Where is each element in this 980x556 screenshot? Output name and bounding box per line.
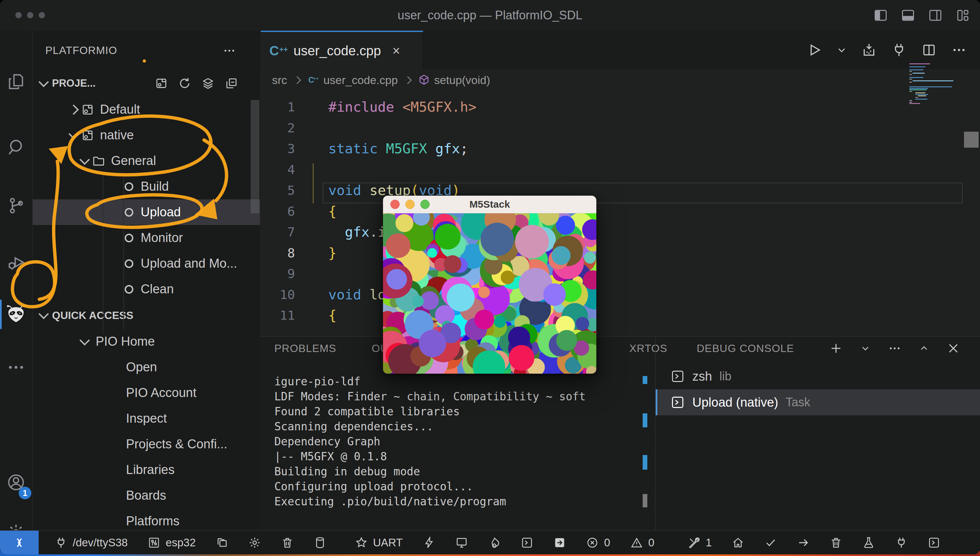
project-task-item-clean[interactable]: Clean xyxy=(33,276,260,302)
tree-item-label: Upload xyxy=(140,205,181,219)
terminal-meta: lib xyxy=(719,369,731,383)
terminal-icon xyxy=(670,395,685,410)
tab-user-code-cpp[interactable]: C++ user_code.cpp × xyxy=(261,31,423,70)
quick-access-section-header[interactable]: QUICK ACCESS xyxy=(33,302,260,329)
terminal-output[interactable]: igure-pio-ldfLDF Modes: Finder ~ chain, … xyxy=(274,374,651,509)
status-item-monitor[interactable] xyxy=(455,536,468,549)
project-task-item-upload[interactable]: Upload xyxy=(33,199,260,225)
project-task-item-general[interactable]: General xyxy=(33,148,260,174)
more-actions-icon[interactable] xyxy=(951,42,967,58)
activity-bar-item-run-debug[interactable] xyxy=(0,244,32,281)
bottom-panel: PROBLEMSOUTPUTXRTOSDEBUG CONSOLE igure-p… xyxy=(260,336,980,531)
minimap-line xyxy=(915,94,928,95)
status-item-board-esp32[interactable]: esp32 xyxy=(148,536,196,549)
activity-bar-more[interactable] xyxy=(0,349,32,386)
activity-bar-item-search[interactable] xyxy=(0,129,32,166)
collapse-all-icon[interactable] xyxy=(224,77,238,90)
minimap-line xyxy=(909,100,912,101)
status-item-terminal-arrow[interactable] xyxy=(553,536,566,549)
status-item-terminal[interactable] xyxy=(928,536,940,549)
sidebar-scrollbar[interactable] xyxy=(251,100,259,213)
project-task-item-upload-and-mo[interactable]: Upload and Mo... xyxy=(33,251,260,276)
terminal-dropdown-chevron-icon[interactable] xyxy=(861,344,870,353)
quick-access-item-open[interactable]: Open xyxy=(33,354,260,380)
m5stack-titlebar[interactable]: M5Stack xyxy=(383,196,596,213)
breadcrumb-separator-icon xyxy=(404,76,412,84)
status-item-warning-0[interactable]: 0 xyxy=(630,536,654,549)
run-button[interactable] xyxy=(807,42,822,58)
status-item-tools-1[interactable]: 1 xyxy=(688,536,712,549)
quick-access-item-pio-account[interactable]: PIO Account xyxy=(33,380,260,406)
project-task-item-monitor[interactable]: Monitor xyxy=(33,225,260,251)
activity-bar-item-source-control[interactable] xyxy=(0,187,32,224)
status-item-plug[interactable] xyxy=(895,536,908,549)
close-tab-icon[interactable]: × xyxy=(392,44,400,57)
toggle-primary-sidebar-icon[interactable] xyxy=(873,8,888,23)
quick-access-item-inspect[interactable]: Inspect xyxy=(33,406,260,432)
error-icon xyxy=(586,536,599,549)
breadcrumb-item[interactable]: setup(void) xyxy=(418,74,490,87)
status-item-plug-dev-ttys38[interactable]: /dev/ttyS38 xyxy=(55,536,128,549)
new-project-icon[interactable] xyxy=(155,77,168,90)
install-button[interactable] xyxy=(861,42,877,58)
tree-item-label: Inspect xyxy=(126,411,167,426)
remote-indicator[interactable] xyxy=(0,531,39,554)
status-item-error-0[interactable]: 0 xyxy=(586,536,610,549)
activity-bar-item-platformio[interactable] xyxy=(0,296,32,332)
status-item-trash[interactable] xyxy=(830,536,842,549)
breadcrumb-item[interactable]: src xyxy=(272,74,287,87)
terminal-line: Configuring upload protocol... xyxy=(274,479,651,494)
toggle-secondary-sidebar-icon[interactable] xyxy=(928,8,943,23)
minimap[interactable] xyxy=(909,63,962,107)
quick-access-item-libraries[interactable]: Libraries xyxy=(33,457,260,483)
sidebar-more-actions-icon[interactable] xyxy=(223,44,236,57)
terminal-list-item-zsh[interactable]: zshlib xyxy=(655,363,980,390)
customize-layout-icon[interactable] xyxy=(955,8,970,23)
run-dropdown-chevron-icon[interactable] xyxy=(837,45,847,55)
status-item-terminal[interactable] xyxy=(521,536,533,549)
breadcrumb-item[interactable]: C++user_code.cpp xyxy=(307,74,398,87)
panel-tab-problems[interactable]: PROBLEMS xyxy=(274,337,336,360)
status-item-bolt[interactable] xyxy=(423,536,435,549)
close-panel-icon[interactable] xyxy=(947,342,960,355)
tree-item-label: Clean xyxy=(140,282,174,296)
status-item-flask[interactable] xyxy=(862,536,875,549)
project-task-item-native[interactable]: native xyxy=(33,122,260,148)
quick-access-item-boards[interactable]: Boards xyxy=(33,483,260,508)
activity-bar-item-explorer[interactable] xyxy=(0,63,32,100)
panel-tab-debug-console[interactable]: DEBUG CONSOLE xyxy=(697,337,794,360)
toggle-panel-icon[interactable] xyxy=(901,8,915,23)
new-terminal-plus-icon[interactable] xyxy=(829,342,843,355)
serial-monitor-plug-icon[interactable] xyxy=(891,42,907,58)
status-item-trash[interactable] xyxy=(281,536,294,549)
status-item-copy-folder[interactable] xyxy=(216,536,228,549)
code-editor[interactable]: 1#include <M5GFX.h>23static M5GFX gfx;45… xyxy=(260,91,980,336)
quick-access-item-pio-home[interactable]: PIO Home xyxy=(33,329,260,354)
window-title: user_code.cpp — PlatformIO_SDL xyxy=(0,0,980,31)
activity-bar-item-accounts[interactable]: 1 xyxy=(0,464,32,501)
folder-icon xyxy=(92,154,106,168)
panel-tab-xrtos[interactable]: XRTOS xyxy=(629,337,667,360)
status-item-cylinder[interactable] xyxy=(314,536,326,549)
m5stack-sdl-window[interactable]: M5Stack xyxy=(383,196,596,374)
status-item-gear[interactable] xyxy=(248,536,261,549)
minimap-line xyxy=(909,88,928,89)
project-tasks-section-header[interactable]: PROJE... xyxy=(33,70,260,97)
split-editor-icon[interactable] xyxy=(921,42,936,58)
editor-scrollbar[interactable] xyxy=(964,132,979,148)
project-task-item-default[interactable]: Default xyxy=(33,97,260,122)
maximize-panel-chevron-icon[interactable] xyxy=(919,344,929,353)
status-item-flame[interactable] xyxy=(488,536,500,549)
status-item-arrow-right[interactable] xyxy=(797,536,810,549)
quick-access-item-projects-confi[interactable]: Projects & Confi... xyxy=(33,432,260,457)
project-task-item-build[interactable]: Build xyxy=(33,174,260,199)
status-item-home[interactable] xyxy=(732,536,744,549)
status-item-star-uart[interactable]: UART xyxy=(355,536,403,549)
terminal-list: zshlibUpload (native)Task xyxy=(655,363,980,415)
multi-env-layers-icon[interactable] xyxy=(201,77,215,90)
status-item-check[interactable] xyxy=(764,536,777,549)
check-icon xyxy=(764,536,777,549)
panel-more-icon[interactable] xyxy=(888,342,901,355)
refresh-icon[interactable] xyxy=(178,77,191,90)
terminal-list-item-upload-native[interactable]: Upload (native)Task xyxy=(655,390,980,415)
